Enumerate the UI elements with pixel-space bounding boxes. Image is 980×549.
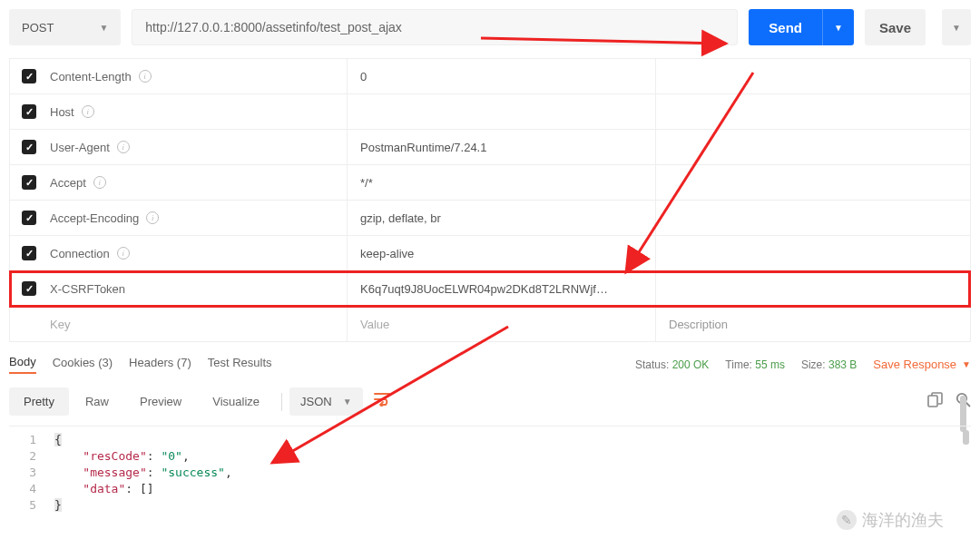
table-row: ✓Accepti*/* [10, 165, 970, 201]
header-value[interactable]: keep-alive [348, 236, 656, 270]
header-key[interactable]: Accept-Encoding [50, 211, 139, 225]
header-key[interactable]: Connection [50, 247, 110, 260]
status-label: Status: 200 OK [635, 358, 709, 371]
view-toolbar: Pretty Raw Preview Visualize JSON▼ [9, 379, 971, 422]
http-method-label: POST [22, 21, 54, 34]
header-key[interactable]: Content-Length [50, 70, 132, 83]
save-label: Save [865, 20, 926, 35]
header-checkbox[interactable]: ✓ [22, 175, 36, 190]
code-line: 2 "resCode": "0", [9, 448, 971, 465]
chevron-down-icon: ▼ [343, 397, 352, 407]
header-value[interactable]: gzip, deflate, br [348, 201, 656, 235]
view-raw[interactable]: Raw [71, 387, 123, 416]
header-checkbox[interactable]: ✓ [22, 246, 36, 260]
time-label: Time: 55 ms [725, 358, 785, 371]
copy-icon[interactable] [927, 392, 943, 411]
info-icon[interactable]: i [82, 105, 94, 118]
view-preview[interactable]: Preview [125, 387, 196, 416]
wrap-lines-button[interactable] [365, 387, 399, 417]
info-icon[interactable]: i [117, 247, 130, 260]
url-value: http://127.0.0.1:8000/assetinfo/test_pos… [145, 20, 402, 34]
code-line: 5} [9, 497, 971, 514]
header-checkbox[interactable]: ✓ [22, 211, 36, 225]
code-line: 3 "message": "success", [9, 465, 971, 481]
header-key[interactable]: Accept [50, 176, 86, 190]
send-dropdown[interactable]: ▼ [822, 9, 854, 45]
tab-cookies[interactable]: Cookies (3) [53, 356, 113, 373]
table-row: ✓Accept-Encodingigzip, deflate, br [10, 201, 970, 236]
save-button[interactable]: Save [865, 9, 926, 45]
chevron-down-icon: ▼ [99, 23, 108, 33]
code-line: 4 "data": [] [9, 481, 971, 497]
header-value[interactable]: */* [348, 165, 656, 200]
tab-test-results[interactable]: Test Results [208, 356, 272, 373]
scrollbar-vertical[interactable] [963, 430, 969, 445]
header-key[interactable]: Host [50, 105, 74, 119]
view-visualize[interactable]: Visualize [198, 387, 274, 416]
http-method-select[interactable]: POST ▼ [9, 9, 121, 45]
header-key[interactable]: X-CSRFToken [50, 282, 125, 296]
code-line: 1{ [9, 432, 971, 448]
header-checkbox[interactable]: ✓ [22, 104, 36, 119]
send-button[interactable]: Send ▼ [749, 9, 854, 45]
send-label: Send [749, 20, 822, 35]
svg-rect-1 [928, 396, 937, 407]
format-select[interactable]: JSON▼ [289, 387, 363, 416]
header-value[interactable]: K6q7uqt9J8UocELWR04pw2DKd8T2LRNWjf… [348, 271, 656, 306]
header-value[interactable]: PostmanRuntime/7.24.1 [348, 130, 656, 164]
wechat-icon: ✎ [837, 510, 857, 530]
info-icon[interactable]: i [117, 141, 130, 153]
table-row: ✓Content-Lengthi0 [10, 59, 970, 94]
table-row-new[interactable]: KeyValueDescription [10, 307, 970, 342]
table-row: ✓User-AgentiPostmanRuntime/7.24.1 [10, 130, 970, 165]
watermark: ✎ 海洋的渔夫 [837, 509, 944, 531]
tab-body[interactable]: Body [9, 355, 36, 374]
view-pretty[interactable]: Pretty [9, 387, 69, 416]
headers-table: ✓Content-Lengthi0✓Hosti✓User-AgentiPostm… [9, 58, 971, 342]
url-input[interactable]: http://127.0.0.1:8000/assetinfo/test_pos… [132, 9, 738, 45]
header-key[interactable]: User-Agent [50, 141, 110, 154]
response-body: 1{2 "resCode": "0",3 "message": "success… [9, 426, 971, 514]
header-checkbox[interactable]: ✓ [22, 140, 36, 154]
header-value[interactable]: 0 [348, 59, 656, 93]
chevron-down-icon: ▼ [962, 359, 971, 369]
table-row: ✓Hosti [10, 94, 970, 130]
info-icon[interactable]: i [146, 211, 159, 224]
table-row: ✓X-CSRFTokenK6q7uqt9J8UocELWR04pw2DKd8T2… [10, 271, 970, 307]
table-row: ✓Connectionikeep-alive [10, 236, 970, 271]
save-options-button[interactable]: ▼ [942, 9, 971, 45]
header-checkbox[interactable]: ✓ [22, 281, 36, 296]
tab-headers[interactable]: Headers (7) [129, 356, 191, 373]
save-response-button[interactable]: Save Response▼ [873, 358, 971, 371]
header-value[interactable] [348, 94, 656, 129]
info-icon[interactable]: i [93, 176, 106, 189]
header-checkbox[interactable]: ✓ [22, 69, 36, 83]
size-label: Size: 383 B [801, 358, 857, 371]
info-icon[interactable]: i [139, 70, 152, 83]
response-tabs: Body Cookies (3) Headers (7) Test Result… [9, 355, 971, 379]
